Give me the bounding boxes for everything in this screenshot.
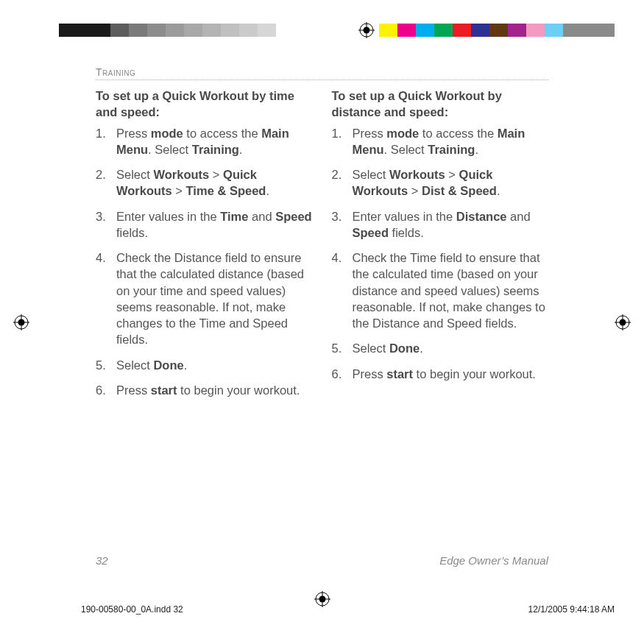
step-text: >: [209, 168, 223, 181]
step-item: Press mode to access the Main Menu. Sele…: [332, 125, 549, 158]
swatch: [110, 24, 129, 37]
step-text: .: [497, 184, 500, 197]
step-text: to begin your workout.: [413, 367, 536, 381]
bold-term: Distance: [456, 210, 507, 223]
step-item: Check the Time field to ensure that the …: [332, 250, 549, 331]
swatch: [508, 24, 526, 37]
registration-mark-icon: [615, 314, 631, 330]
swatch: [563, 24, 615, 37]
swatch: [184, 24, 202, 37]
step-text: Press: [116, 383, 151, 397]
step-text: fields.: [116, 226, 148, 239]
bold-term: Training: [428, 143, 475, 156]
step-text: to access the: [183, 127, 261, 140]
page-content: Training To set up a Quick Workout by ti…: [96, 66, 548, 567]
page-number: 32: [96, 554, 108, 567]
slug-timestamp: 12/1/2005 9:44:18 AM: [528, 604, 615, 615]
step-text: .: [239, 143, 243, 156]
step-text: to begin your workout.: [177, 383, 300, 397]
step-text: to access the: [419, 127, 497, 140]
swatch: [166, 24, 184, 37]
swatch: [453, 24, 471, 37]
column-left: To set up a Quick Workout by time and sp…: [96, 88, 313, 407]
bold-term: Workouts: [153, 168, 209, 181]
printer-color-bar: [59, 22, 615, 38]
step-text: Select: [116, 168, 153, 181]
step-text: . Select: [148, 143, 192, 156]
step-item: Press start to begin your workout.: [332, 366, 549, 382]
step-text: Press: [116, 127, 151, 140]
step-text: Select: [116, 358, 153, 372]
step-item: Select Workouts > Quick Workouts > Time …: [96, 166, 313, 199]
step-text: Enter values in the: [116, 210, 220, 223]
step-item: Press mode to access the Main Menu. Sele…: [96, 125, 313, 158]
bold-term: start: [151, 383, 177, 397]
swatch: [397, 24, 416, 37]
bold-term: mode: [151, 127, 183, 140]
swatch: [416, 24, 434, 37]
step-text: Press: [353, 367, 387, 381]
step-item: Press start to begin your workout.: [96, 382, 313, 398]
bold-term: Done: [389, 342, 420, 355]
bold-term: start: [386, 367, 413, 381]
procedure-steps: Press mode to access the Main Menu. Sele…: [96, 125, 313, 399]
bold-term: Done: [153, 358, 183, 372]
step-text: . Select: [384, 143, 428, 156]
color-swatches: [379, 24, 615, 37]
bold-term: mode: [386, 127, 419, 140]
swatch: [129, 24, 147, 37]
step-item: Enter values in the Distance and Speed f…: [332, 208, 549, 241]
bold-term: Speed: [353, 226, 389, 239]
swatch: [202, 24, 221, 37]
procedure-steps: Press mode to access the Main Menu. Sele…: [332, 125, 549, 382]
swatch: [239, 24, 258, 37]
swatch: [471, 24, 489, 37]
page-footer: 32 Edge Owner’s Manual: [96, 554, 548, 567]
grayscale-swatches: [59, 24, 276, 37]
swatch: [59, 24, 110, 37]
registration-mark-icon: [13, 314, 29, 330]
step-text: Enter values in the: [353, 210, 456, 223]
swatch: [221, 24, 239, 37]
step-text: .: [266, 184, 269, 197]
bold-term: Time & Speed: [186, 184, 266, 197]
swatch: [526, 24, 545, 37]
manual-title: Edge Owner’s Manual: [439, 554, 548, 567]
swatch: [379, 24, 397, 37]
step-text: Select: [353, 168, 389, 181]
step-text: and: [507, 210, 531, 223]
bold-term: Time: [220, 210, 248, 223]
step-text: fields.: [389, 226, 424, 239]
procedure-title: To set up a Quick Workout by distance an…: [332, 88, 549, 121]
two-column-body: To set up a Quick Workout by time and sp…: [96, 88, 548, 407]
step-text: Select: [353, 342, 389, 355]
swatch: [489, 24, 508, 37]
bold-term: Training: [192, 143, 239, 156]
step-item: Check the Distance field to ensure that …: [96, 250, 313, 348]
swatch: [434, 24, 453, 37]
step-item: Enter values in the Time and Speed field…: [96, 208, 313, 241]
step-text: >: [445, 168, 459, 181]
bold-term: Workouts: [389, 168, 445, 181]
bold-term: Dist & Speed: [422, 184, 497, 197]
step-text: >: [408, 184, 422, 197]
swatch: [147, 24, 166, 37]
registration-mark-icon: [358, 22, 375, 38]
section-heading: Training: [96, 66, 548, 80]
step-text: Check the Time field to ensure that the …: [353, 251, 545, 330]
step-text: Check the Distance field to ensure that …: [116, 251, 304, 346]
step-text: and: [248, 210, 275, 223]
procedure-title: To set up a Quick Workout by time and sp…: [96, 88, 313, 121]
step-text: .: [420, 342, 423, 355]
print-slug-line: 190-00580-00_0A.indd 32 12/1/2005 9:44:1…: [81, 604, 615, 615]
step-text: .: [475, 143, 478, 156]
step-text: Press: [353, 127, 387, 140]
bold-term: Speed: [275, 210, 312, 223]
step-item: Select Done.: [332, 340, 549, 356]
step-item: Select Workouts > Quick Workouts > Dist …: [332, 166, 549, 199]
step-text: >: [172, 184, 186, 197]
swatch: [545, 24, 563, 37]
column-right: To set up a Quick Workout by distance an…: [332, 88, 549, 407]
slug-filename: 190-00580-00_0A.indd 32: [81, 604, 183, 615]
swatch: [258, 24, 276, 37]
